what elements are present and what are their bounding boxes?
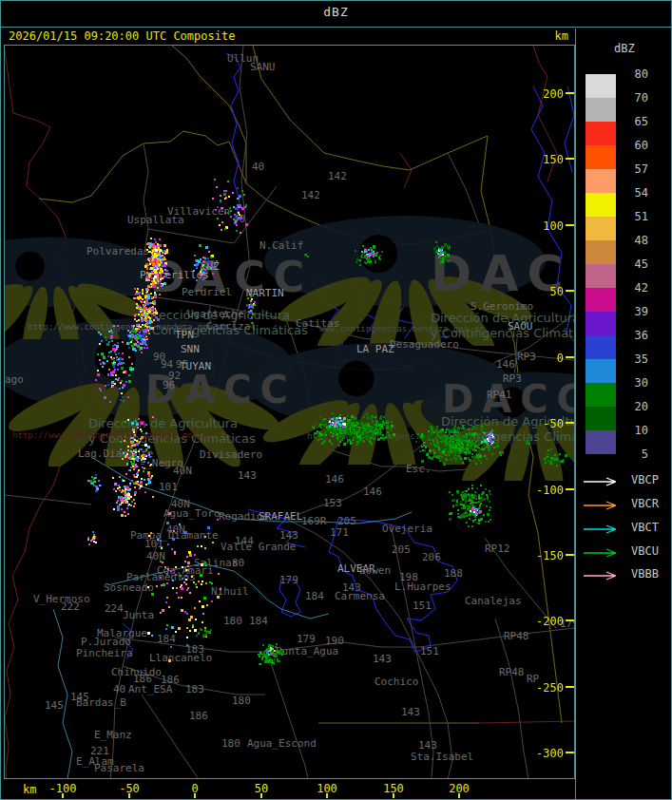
dbz-scale-label: 35 (620, 352, 648, 366)
dbz-scale-patch (586, 430, 616, 454)
dbz-scale-patch (586, 240, 616, 264)
y-tick-label: 0 (524, 352, 564, 365)
dbz-scale-patch (586, 407, 616, 430)
vector-legend-label: VBBB (631, 567, 659, 581)
dbz-scale-patch (586, 359, 616, 383)
dbz-scale-patch (586, 122, 616, 145)
dbz-scale-patch (586, 98, 616, 122)
dbz-scale-label: 20 (620, 400, 648, 413)
dbz-scale-label: 70 (620, 91, 648, 105)
legend-panel: dBZ 807065605754514845423936353020105VBC… (575, 29, 672, 800)
y-tick-label: -200 (524, 615, 564, 628)
dbz-scale-label: 80 (620, 67, 648, 81)
dbz-scale-label: 48 (620, 234, 648, 247)
dbz-scale-patch (586, 335, 616, 359)
dbz-scale-patch (586, 288, 616, 312)
vector-arrow-icon (582, 547, 625, 559)
y-tick-label: -250 (524, 681, 564, 695)
dbz-scale-label: 39 (620, 305, 648, 318)
dbz-scale-patch (586, 312, 616, 335)
dbz-scale-patch (586, 169, 616, 193)
vector-legend-row: VBCT (582, 521, 667, 534)
y-tick-label: 150 (524, 153, 564, 166)
dbz-scale-patch (586, 217, 616, 240)
y-tick-label: 200 (524, 87, 564, 101)
dbz-scale-label: 51 (620, 210, 648, 223)
vector-arrow-icon (582, 524, 625, 535)
dbz-scale-label: 5 (620, 448, 648, 461)
vector-legend-label: VBCP (631, 473, 659, 486)
y-tick-mark (566, 224, 574, 226)
dbz-scale-patch (586, 193, 616, 217)
dbz-scale-label: 42 (620, 281, 648, 295)
y-tick-mark (566, 158, 574, 160)
title-separator (0, 27, 672, 28)
y-tick-label: 50 (524, 285, 564, 298)
dbz-scale-patch (586, 264, 616, 288)
dbz-scale-label: 36 (620, 329, 648, 342)
x-tick-mark (458, 793, 460, 798)
dbz-scale-patch (586, 74, 616, 98)
vector-arrow-icon (582, 570, 625, 581)
y-tick-mark (566, 554, 574, 556)
y-tick-label: -50 (524, 417, 564, 430)
x-tick-mark (393, 793, 394, 798)
x-tick-mark (194, 793, 196, 798)
page-title: dBZ (0, 0, 672, 27)
y-axis-layer: 200150100500-50-100-150-200-250-300 (5, 46, 574, 778)
y-tick-mark (566, 619, 574, 621)
y-tick-mark (566, 422, 574, 424)
vector-legend-label: VBCU (631, 544, 659, 558)
dbz-scale-label: 57 (620, 162, 648, 176)
y-axis-unit-label: km (532, 29, 568, 43)
dbz-scale-label: 65 (620, 115, 648, 128)
x-tick-mark (260, 793, 262, 798)
vector-legend-label: VBCR (631, 497, 659, 510)
y-tick-mark (566, 686, 574, 688)
dbz-scale-patch (586, 383, 616, 407)
vector-legend-row: VBCR (582, 497, 667, 510)
y-tick-mark (566, 356, 574, 358)
y-tick-mark (566, 488, 574, 490)
y-tick-label: -300 (524, 747, 564, 760)
y-tick-label: -150 (524, 549, 564, 562)
y-tick-label: -100 (524, 484, 564, 497)
x-tick-mark (62, 793, 64, 798)
radar-app-window: dBZ 2026/01/15 09:20:00 UTC Composite km… (0, 0, 672, 800)
dbz-scale-label: 10 (620, 424, 648, 437)
dbz-scale-label: 30 (620, 376, 648, 390)
vector-legend-row: VBBB (582, 567, 667, 581)
vector-legend-row: VBCU (582, 544, 667, 558)
dbz-scale-label: 54 (620, 186, 648, 200)
vector-legend-label: VBCT (631, 521, 659, 534)
y-tick-mark (566, 752, 574, 753)
radar-map: DACCDACCDACCDACCDirección de Agricultura… (4, 45, 575, 779)
dbz-scale-patch (586, 145, 616, 169)
legend-title: dBZ (614, 42, 635, 55)
vector-arrow-icon (582, 500, 625, 511)
y-tick-label: 100 (524, 219, 564, 233)
x-axis-layer: km -100-50050100150200 (0, 779, 672, 799)
y-tick-mark (566, 92, 574, 94)
vector-arrow-icon (582, 476, 625, 487)
y-tick-mark (566, 290, 574, 292)
x-tick-mark (326, 793, 328, 798)
dbz-scale-label: 45 (620, 257, 648, 271)
dbz-scale-label: 60 (620, 139, 648, 152)
timestamp-label: 2026/01/15 09:20:00 UTC Composite (9, 29, 235, 43)
vector-legend-row: VBCP (582, 473, 667, 486)
x-tick-mark (128, 793, 130, 798)
